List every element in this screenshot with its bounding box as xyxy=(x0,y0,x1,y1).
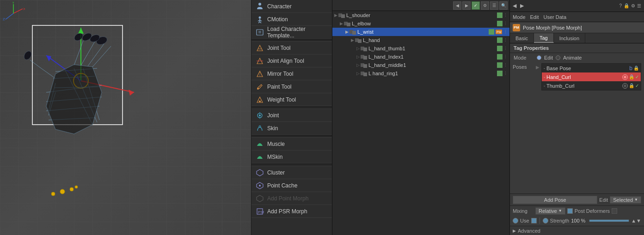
sidebar-item-joint-tool[interactable]: Joint Tool xyxy=(251,42,332,54)
hier-expand-thumb1[interactable]: ▷ xyxy=(356,46,360,51)
use-checkbox[interactable] xyxy=(531,218,537,223)
strength-slider[interactable] xyxy=(589,219,629,222)
prop-edit-btn[interactable]: Edit xyxy=(530,14,539,20)
selected-dropdown-label: Selected xyxy=(613,197,633,203)
pose-indent-thumb-curl: - xyxy=(544,84,545,88)
svg-line-17 xyxy=(30,60,39,67)
prop-icon-question[interactable]: ? xyxy=(619,3,622,8)
use-radio[interactable] xyxy=(513,218,518,223)
hier-check-btn[interactable]: ✓ xyxy=(472,1,480,10)
sidebar-item-paint-tool[interactable]: Paint Tool xyxy=(251,80,332,93)
hier-zoom-btn[interactable]: 🔍 xyxy=(499,1,508,10)
sidebar-item-skin[interactable]: Skin xyxy=(251,122,332,135)
sidebar-item-weight-tool[interactable]: Weight Tool xyxy=(251,93,332,106)
sidebar-item-joint[interactable]: Joint xyxy=(251,109,332,122)
sidebar-label-load-char: Load Character Template... xyxy=(267,26,328,39)
pose-row-hand-curl[interactable]: - Hand_Curl 🔒 ✓ xyxy=(542,72,641,81)
prop-icon-settings[interactable]: ⚙ xyxy=(631,3,635,8)
pose-radio-thumb-curl[interactable] xyxy=(622,83,628,89)
sidebar-item-mskin[interactable]: MSkin xyxy=(251,151,332,163)
prop-mode-toolbar: Mode Edit User Data xyxy=(510,12,644,22)
hier-expand-middle1[interactable]: ▷ xyxy=(356,63,360,67)
prop-toolbar-right-arrow[interactable]: ▶ xyxy=(520,3,524,9)
mode-radio-animate[interactable] xyxy=(556,55,560,60)
sidebar-item-mirror-tool[interactable]: Mirror Tool xyxy=(251,67,332,80)
post-deformers-checkbox[interactable] xyxy=(567,208,573,214)
sidebar-item-character[interactable]: Character xyxy=(251,0,332,13)
sidebar-item-cluster[interactable]: Cluster xyxy=(251,166,332,179)
prop-user-data-btn[interactable]: User Data xyxy=(544,14,567,20)
prop-toolbar-left-arrow[interactable]: ◀ xyxy=(513,3,516,9)
selected-dropdown[interactable]: Selected ▼ xyxy=(610,196,641,204)
svg-rect-93 xyxy=(363,72,367,76)
hier-vis-thumb1 xyxy=(497,46,503,51)
hier-row-l-hand-ring1[interactable]: ▷ L hand_ring1 ⋮ xyxy=(332,69,509,78)
hier-arrow-right-btn[interactable]: ▶ xyxy=(462,1,471,10)
hier-row-l-hand[interactable]: ▶ L_hand ⋮ xyxy=(332,36,509,44)
strength-radio[interactable] xyxy=(543,218,548,223)
sep-use-strength xyxy=(540,217,540,224)
relative-dropdown[interactable]: Relative ▼ xyxy=(535,207,565,215)
hier-expand-l-wrist[interactable]: ▶ xyxy=(345,30,349,34)
hier-vis-l-elbow xyxy=(497,21,503,26)
pose-radio-hand-curl[interactable] xyxy=(622,74,628,80)
hier-settings-btn[interactable]: ⚙ xyxy=(481,1,489,10)
mode-animate-label[interactable]: Animate xyxy=(563,55,582,60)
svg-text:Y: Y xyxy=(12,2,15,5)
strength-fill xyxy=(589,220,629,222)
hier-row-l-hand-index1[interactable]: ▷ L_hand_Index1 ⋮ xyxy=(332,53,509,61)
joint-icon xyxy=(255,111,264,120)
pose-lock-thumb-curl: 🔒 xyxy=(629,83,634,88)
sidebar-item-cmotion[interactable]: CMotion xyxy=(251,13,332,26)
hier-vis-ring1 xyxy=(497,71,503,76)
sidebar-item-point-cache[interactable]: Point Cache xyxy=(251,179,332,192)
prop-icon-menu[interactable]: ☰ xyxy=(637,3,641,8)
mode-edit-label[interactable]: Edit xyxy=(544,55,553,60)
mixing-label: Mixing xyxy=(513,208,534,214)
load-char-icon xyxy=(255,28,264,37)
prop-tab-tag[interactable]: Tag xyxy=(534,33,554,43)
joint-align-icon xyxy=(255,56,264,66)
svg-line-40 xyxy=(13,9,23,13)
sidebar-label-skin: Skin xyxy=(267,125,278,132)
hier-row-l-hand-thumb1[interactable]: ▷ L_hand_thumb1 ⋮ xyxy=(332,44,509,53)
hier-expand-ring1[interactable]: ▷ xyxy=(356,71,360,76)
prop-tab-inclusion[interactable]: Inclusion xyxy=(554,33,585,43)
pose-indent-hand-curl: - xyxy=(544,75,545,79)
svg-point-37 xyxy=(70,187,74,191)
svg-point-35 xyxy=(23,50,33,61)
pose-icon-base: b xyxy=(629,65,632,72)
hier-row-l-wrist[interactable]: ▶ L_wrist PM ⋮ xyxy=(332,28,509,36)
hier-row-l-hand-middle1[interactable]: ▷ L_hand_middle1 ⋮ xyxy=(332,61,509,69)
sidebar-item-joint-align-tool[interactable]: Joint Align Tool xyxy=(251,54,332,67)
advanced-row[interactable]: ▶ Advanced xyxy=(510,226,644,235)
strength-stepper[interactable]: ▲▼ xyxy=(631,218,641,223)
prop-mode-btn[interactable]: Mode xyxy=(513,14,526,20)
hier-expand-index1[interactable]: ▷ xyxy=(356,54,360,59)
mode-radio-edit[interactable] xyxy=(537,55,541,60)
hier-menu-btn[interactable]: ☰ xyxy=(490,1,498,10)
hier-label-l-shoulder: L_shouder xyxy=(346,12,497,18)
hier-arrow-left-btn[interactable]: ◀ xyxy=(453,1,461,10)
pose-row-thumb-curl[interactable]: - Thumb_Curl 🔒 ✓ xyxy=(542,81,641,90)
prop-tab-basic[interactable]: Basic xyxy=(510,33,534,43)
add-pose-button[interactable]: Add Pose xyxy=(513,196,597,204)
hier-expand-l-hand[interactable]: ▶ xyxy=(351,38,354,42)
prop-icon-lock[interactable]: 🔒 xyxy=(624,3,629,8)
svg-text:Z: Z xyxy=(3,17,5,21)
hier-row-l-shoulder[interactable]: ▶ L_shouder ⋮ xyxy=(332,11,509,19)
paint-tool-icon xyxy=(255,82,264,91)
hier-row-l-elbow[interactable]: ▶ L_elbow ⋮ xyxy=(332,19,509,28)
viewport[interactable]: X Y Z xyxy=(0,0,251,235)
svg-rect-53 xyxy=(257,30,263,35)
post-deformers-cb2[interactable] xyxy=(612,208,617,214)
hier-expand-l-elbow[interactable]: ▶ xyxy=(340,21,343,26)
sidebar-item-load-char[interactable]: Load Character Template... xyxy=(251,26,332,39)
main-layout: X Y Z Character xyxy=(0,0,644,235)
hier-expand-l-shoulder[interactable]: ▶ xyxy=(334,13,337,18)
mixing-row: Mixing Relative ▼ Post Deformers xyxy=(510,205,644,216)
sidebar-item-add-psr-morph[interactable]: PSR Add PSR Morph xyxy=(251,205,332,218)
svg-line-16 xyxy=(39,67,55,78)
sidebar-item-muscle[interactable]: Muscle xyxy=(251,138,332,151)
pose-row-base[interactable]: - Base Pose b 🔒 xyxy=(542,64,641,72)
